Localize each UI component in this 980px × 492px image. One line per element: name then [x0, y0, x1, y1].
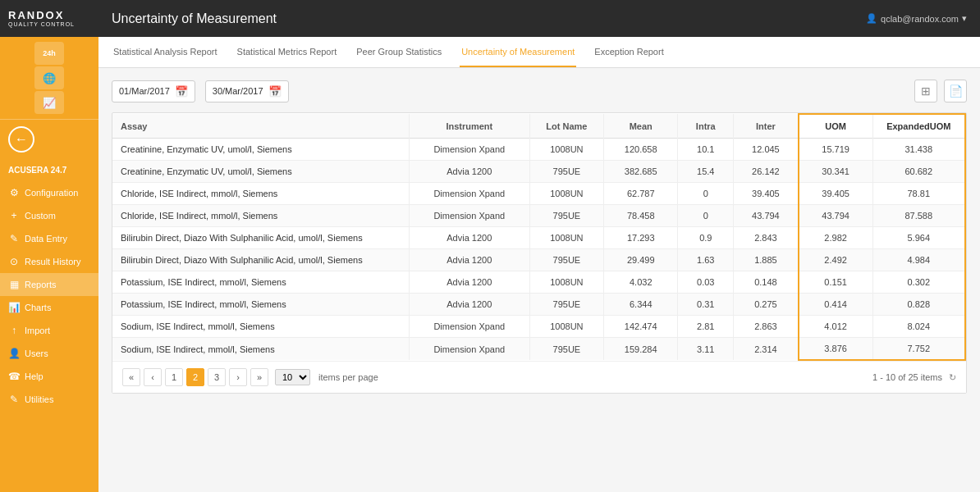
cell-uom: 0.151: [799, 271, 872, 294]
product-label: ACUSERA 24.7: [0, 159, 98, 178]
tab-uncertainty[interactable]: Uncertainty of Measurement: [460, 37, 576, 67]
cell-euom: 7.752: [872, 338, 965, 361]
sidebar-item-custom[interactable]: + Custom: [0, 204, 98, 227]
globe-icon[interactable]: 🌐: [34, 66, 64, 89]
page-title: Uncertainty of Measurement: [112, 11, 277, 26]
page-3-button[interactable]: 3: [208, 368, 226, 386]
pdf-icon: 📄: [949, 84, 963, 98]
calendar-from-icon[interactable]: 📅: [175, 85, 188, 98]
items-per-page-select[interactable]: 10 25 50: [275, 369, 310, 385]
sidebar-item-help[interactable]: ☎ Help: [0, 365, 98, 388]
date-from-input[interactable]: 01/Mar/2017 📅: [112, 80, 195, 102]
cell-intra: 10.1: [678, 139, 734, 161]
cell-intra: 0.31: [678, 294, 734, 316]
last-page-button[interactable]: »: [250, 368, 268, 386]
sidebar-item-result-history[interactable]: ⊙ Result History: [0, 250, 98, 273]
per-page-label: items per page: [318, 372, 378, 382]
cell-lot: 1008UN: [529, 271, 603, 294]
refresh-icon[interactable]: ↻: [949, 372, 956, 383]
cell-lot: 795UE: [529, 294, 603, 316]
cell-uom: 2.982: [799, 227, 872, 249]
sidebar-item-configuration-label: Configuration: [25, 188, 78, 198]
cell-mean: 17.293: [604, 227, 678, 249]
user-dropdown-icon[interactable]: ▾: [962, 13, 967, 24]
cell-uom: 39.405: [799, 183, 872, 205]
first-page-button[interactable]: «: [122, 368, 140, 386]
tab-exception[interactable]: Exception Report: [593, 37, 665, 67]
logo: RANDOX QUALITY CONTROL: [0, 0, 98, 37]
cell-assay: Sodium, ISE Indirect, mmol/l, Siemens: [112, 316, 409, 338]
cell-assay: Potassium, ISE Indirect, mmol/l, Siemens: [112, 294, 409, 316]
sidebar-item-users[interactable]: 👤 Users: [0, 342, 98, 365]
cell-inter: 2.314: [734, 338, 799, 361]
cell-intra: 0: [678, 205, 734, 227]
cell-instrument: Advia 1200: [409, 227, 529, 249]
table-row: Creatinine, Enzymatic UV, umol/l, Siemen…: [112, 139, 965, 161]
prev-page-button[interactable]: ‹: [144, 368, 162, 386]
page-2-button[interactable]: 2: [186, 368, 204, 386]
sidebar-item-reports-label: Reports: [25, 280, 57, 289]
date-from-value: 01/Mar/2017: [119, 86, 170, 96]
cell-inter: 39.405: [734, 183, 799, 205]
sidebar-item-reports[interactable]: ▦ Reports: [0, 273, 98, 296]
sidebar-item-import[interactable]: ↑ Import: [0, 319, 98, 342]
utilities-icon: ✎: [8, 394, 20, 405]
sidebar-item-data-entry[interactable]: ✎ Data Entry: [0, 227, 98, 250]
cell-mean: 62.787: [604, 183, 678, 205]
import-icon: ↑: [8, 325, 20, 336]
cell-instrument: Dimension Xpand: [409, 316, 529, 338]
cell-inter: 1.885: [734, 249, 799, 271]
export-pdf-button[interactable]: 📄: [944, 80, 967, 102]
sidebar-item-utilities[interactable]: ✎ Utilities: [0, 388, 98, 411]
calendar-to-icon[interactable]: 📅: [268, 85, 282, 98]
next-page-button[interactable]: ›: [229, 368, 247, 386]
cell-euom: 8.024: [872, 316, 965, 338]
col-euom: ExpandedUOM: [872, 114, 965, 139]
cell-intra: 0.9: [678, 227, 734, 249]
cell-intra: 3.11: [678, 338, 734, 361]
tabs-bar: Statistical Analysis Report Statistical …: [98, 37, 980, 68]
cell-intra: 0.03: [678, 271, 734, 294]
cell-uom: 2.492: [799, 249, 872, 271]
data-table-container: Assay Instrument Lot Name Mean Intra Int…: [112, 112, 967, 394]
table-row: Sodium, ISE Indirect, mmol/l, Siemens Di…: [112, 338, 965, 361]
user-email: qclab@randox.com: [881, 14, 959, 24]
cell-euom: 87.588: [872, 205, 965, 227]
sidebar-item-users-label: Users: [25, 348, 48, 358]
filter-actions: ⊞ 📄: [914, 80, 967, 102]
cell-inter: 0.148: [734, 271, 799, 294]
table-row: Chloride, ISE Indirect, mmol/l, Siemens …: [112, 205, 965, 227]
tab-statistical-metrics[interactable]: Statistical Metrics Report: [236, 37, 339, 67]
cell-mean: 29.499: [604, 249, 678, 271]
sidebar-item-help-label: Help: [25, 371, 44, 381]
sidebar-item-charts-label: Charts: [25, 303, 51, 312]
cell-uom: 4.012: [799, 316, 872, 338]
sidebar-top-icons: 24h 🌐 📈: [0, 37, 98, 120]
cell-instrument: Advia 1200: [409, 271, 529, 294]
custom-icon: +: [8, 210, 20, 221]
sidebar-item-configuration[interactable]: ⚙ Configuration: [0, 181, 98, 204]
export-excel-button[interactable]: ⊞: [914, 80, 937, 102]
table-row: Chloride, ISE Indirect, mmol/l, Siemens …: [112, 183, 965, 205]
cell-instrument: Advia 1200: [409, 249, 529, 271]
date-to-input[interactable]: 30/Mar/2017 📅: [205, 80, 289, 102]
page-info: 1 - 10 of 25 items ↻: [872, 372, 956, 383]
tab-statistical-analysis[interactable]: Statistical Analysis Report: [112, 37, 219, 67]
cell-assay: Potassium, ISE Indirect, mmol/l, Siemens: [112, 271, 409, 294]
sidebar-item-charts[interactable]: 📊 Charts: [0, 296, 98, 319]
col-instrument: Instrument: [409, 114, 529, 139]
table-row: Sodium, ISE Indirect, mmol/l, Siemens Di…: [112, 316, 965, 338]
cell-lot: 1008UN: [529, 316, 603, 338]
cell-intra: 1.63: [678, 249, 734, 271]
cell-uom: 3.876: [799, 338, 872, 361]
page-1-button[interactable]: 1: [165, 368, 183, 386]
cell-lot: 795UE: [529, 205, 603, 227]
tab-peer-group[interactable]: Peer Group Statistics: [355, 37, 443, 67]
back-button[interactable]: ←: [0, 120, 98, 159]
cell-lot: 1008UN: [529, 139, 603, 161]
cell-uom: 30.341: [799, 161, 872, 183]
cell-instrument: Dimension Xpand: [409, 183, 529, 205]
chart-icon[interactable]: 📈: [34, 91, 64, 114]
data-entry-icon: ✎: [8, 233, 20, 244]
24h-icon[interactable]: 24h: [34, 42, 64, 65]
